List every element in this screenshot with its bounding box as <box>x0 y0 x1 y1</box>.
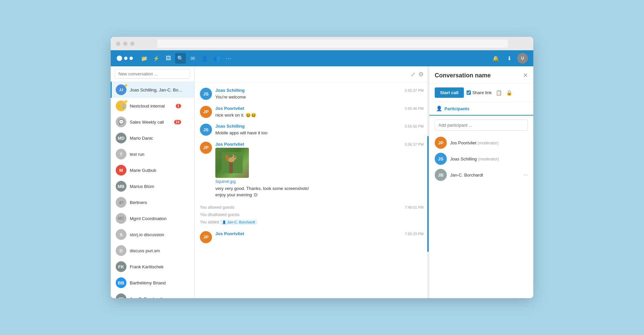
share-link-checkbox-label[interactable]: Share link <box>467 90 492 95</box>
conv-name-frank: Frank Karlitschek <box>130 264 183 269</box>
conv-avatar-frank: FK <box>116 261 126 272</box>
address-bar[interactable] <box>157 40 508 48</box>
participant-avatar-jan-b: JB <box>435 169 447 181</box>
conv-item-joas-jan[interactable]: JJ ★ Joas Schilling, Jan-C. Borchardt ··… <box>111 82 194 98</box>
msg-time-3: 5:55:50 PM <box>405 124 424 128</box>
notifications-icon[interactable]: 🔔 <box>490 53 501 64</box>
conv-badge-nextcloud: 1 <box>176 104 181 108</box>
logo-circle-3 <box>129 57 133 60</box>
photos-nav-icon[interactable]: 🖼 <box>163 53 174 64</box>
contacts-nav-icon[interactable]: 👤 <box>199 53 210 64</box>
browser-dot-green <box>130 42 135 46</box>
added-user-tag: 👤 Jan-C. Borchardt <box>220 219 257 225</box>
conv-name-test: test run <box>130 152 183 157</box>
browser-chrome <box>111 37 533 50</box>
start-call-button[interactable]: Start call <box>435 87 464 98</box>
conv-name-jan: Jan-C. Borchardt <box>130 296 183 298</box>
msg-header-1: Joas Schilling 5:55:37 PM <box>215 88 424 93</box>
conv-name-joas-jan: Joas Schilling, Jan-C. Borchardt <box>130 87 183 92</box>
msg-header-4: Jos Poortvliet 5:56:37 PM <box>215 142 424 147</box>
conv-name-discuss: discuss puri.sm <box>130 248 183 253</box>
chat-toolbar: ⤢ ⚙ <box>195 66 429 82</box>
conv-item-mgmt[interactable]: MC Mgmt Coordination ··· <box>111 210 194 226</box>
lock-icon[interactable]: 🔒 <box>506 90 513 96</box>
close-icon[interactable]: ✕ <box>523 72 528 79</box>
participant-avatar-jos: JP <box>435 137 447 149</box>
panel-actions: Start call Share link 📋 🔒 <box>429 83 533 102</box>
conv-avatar-sales: 💬 <box>116 117 126 127</box>
system-msg-2: You disallowed guests <box>200 211 424 218</box>
system-time-1: 7:48:01 PM <box>405 205 424 209</box>
msg-text-2: nice work on it. 😆😆 <box>215 112 424 119</box>
msg-time-5: 7:50:29 PM <box>405 232 424 236</box>
msg-filename[interactable]: Squirrel.jpg <box>215 179 424 184</box>
browser-window: 📁 ⚡ 🖼 🔍 ✉ 👤 👥 ··· 🔔 ⬇ U JJ ★ <box>111 37 533 298</box>
user-avatar-nav[interactable]: U <box>517 53 528 64</box>
conv-item-marius[interactable]: MB Marius Blüm ··· <box>111 178 194 194</box>
conv-name-marie: Marie Gutbub <box>130 168 183 173</box>
conv-item-sales[interactable]: 💬 Sales Weekly call 14 ··· <box>111 114 194 130</box>
squirrel-image[interactable] <box>215 148 249 178</box>
conv-name-sales: Sales Weekly call <box>130 120 174 125</box>
chat-messages: JS Joas Schilling 5:55:37 PM You're welc… <box>195 82 429 298</box>
conv-item-mario[interactable]: MD Mario Danic ··· <box>111 130 194 146</box>
conv-item-storj[interactable]: S storj.io discussion ··· <box>111 226 194 243</box>
expand-icon[interactable]: ⤢ <box>411 71 416 78</box>
participant-avatar-joas: JS <box>435 153 447 165</box>
msg-time-1: 5:55:37 PM <box>405 88 424 92</box>
msg-content-5: Jos Poortvliet 7:50:29 PM <box>215 231 424 237</box>
users-nav-icon[interactable]: 👥 <box>211 53 222 64</box>
conv-item-marie[interactable]: M Marie Gutbub ··· <box>111 162 194 178</box>
conv-name-mgmt: Mgmt Coordination <box>130 216 183 221</box>
more-nav-icon[interactable]: ··· <box>223 53 234 64</box>
message-group-4: JP Jos Poortvliet 5:56:37 PM <box>200 142 424 198</box>
mail-nav-icon[interactable]: ✉ <box>187 53 198 64</box>
conv-badge-sales: 14 <box>174 120 181 124</box>
conv-item-discuss[interactable]: D discuss puri.sm ··· <box>111 243 194 259</box>
conv-item-berliners[interactable]: 🏷 Berliners ··· <box>111 194 194 210</box>
files-nav-icon[interactable]: 📁 <box>139 53 150 64</box>
conv-name-nextcloud: Nextcloud internal <box>130 104 176 109</box>
conv-avatar-discuss: D <box>116 245 126 256</box>
download-icon[interactable]: ⬇ <box>504 53 515 64</box>
msg-content-3: Joas Schilling 5:55:50 PM Mobile apps wi… <box>215 124 424 136</box>
browser-dot-red <box>116 42 120 46</box>
search-nav-icon[interactable]: 🔍 <box>175 53 186 64</box>
conv-item-barthelemy[interactable]: BB Barthélémy Briand ··· <box>111 275 194 291</box>
participant-name-joas: Joas Schilling (moderator) <box>450 156 528 161</box>
conv-item-jan[interactable]: JB Jan-C. Borchardt ··· <box>111 291 194 298</box>
settings-icon[interactable]: ⚙ <box>418 71 424 78</box>
app-body: JJ ★ Joas Schilling, Jan-C. Borchardt ··… <box>111 66 533 298</box>
activity-nav-icon[interactable]: ⚡ <box>151 53 162 64</box>
participants-tab-icon: 👤 <box>436 106 442 112</box>
conv-item-nextcloud[interactable]: ★ 🏢 ★ Nextcloud internal 1 ··· <box>111 98 194 114</box>
msg-content-4: Jos Poortvliet 5:56:37 PM <box>215 142 424 198</box>
sidebar: JJ ★ Joas Schilling, Jan-C. Borchardt ··… <box>111 66 195 298</box>
new-conversation-input[interactable] <box>115 69 190 79</box>
msg-header-3: Joas Schilling 5:55:50 PM <box>215 124 424 129</box>
svg-point-4 <box>234 156 235 157</box>
conv-avatar-storj: S <box>116 229 126 240</box>
conv-avatar-marie: M <box>116 165 126 176</box>
participant-more-jan[interactable]: ··· <box>524 172 528 178</box>
msg-sender-2: Jos Poortvliet <box>215 106 244 111</box>
msg-avatar-jos-2: JP <box>200 142 212 154</box>
scrollbar-track[interactable] <box>427 66 429 298</box>
scrollbar-thumb[interactable] <box>427 136 429 252</box>
msg-content-1: Joas Schilling 5:55:37 PM You're welcome <box>215 88 424 100</box>
msg-avatar-joas-2: JS <box>200 124 212 136</box>
conv-item-test[interactable]: T test run ··· <box>111 146 194 162</box>
share-link-checkbox[interactable] <box>467 90 471 95</box>
browser-dot-yellow <box>123 42 127 46</box>
message-group-1: JS Joas Schilling 5:55:37 PM You're welc… <box>200 88 424 100</box>
msg-text-3: Mobile apps will have it too <box>215 130 424 136</box>
add-participant-input[interactable] <box>435 120 528 131</box>
sidebar-conversation-list: JJ ★ Joas Schilling, Jan-C. Borchardt ··… <box>111 82 194 298</box>
participants-tab[interactable]: 👤 Participants <box>435 102 471 116</box>
participant-name-jos: Jos Poortvliet (moderator) <box>450 140 528 145</box>
msg-avatar-jos-3: JP <box>200 231 212 243</box>
copy-link-icon[interactable]: 📋 <box>496 90 502 96</box>
panel-header: Conversation name ✕ <box>429 66 533 83</box>
message-group-5: JP Jos Poortvliet 7:50:29 PM <box>200 231 424 243</box>
conv-item-frank[interactable]: FK Frank Karlitschek ··· <box>111 259 194 275</box>
